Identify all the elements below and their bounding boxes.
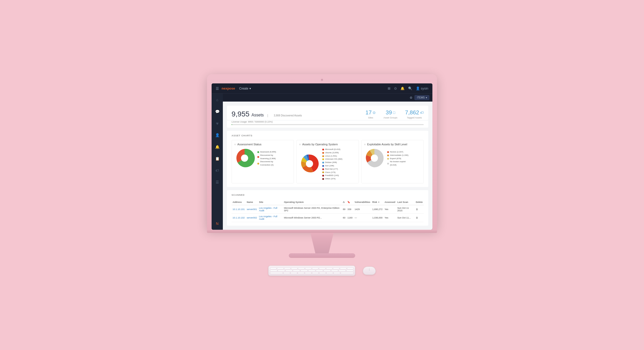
key [305, 272, 312, 274]
chart-os: ≡ Assets by Operating System [296, 140, 359, 183]
charts-grid: ≡ Assessment Status [232, 140, 424, 183]
chart3-title: Exploitable Assets by Skill Level [367, 143, 407, 146]
notification-icon[interactable]: 🔔 [400, 86, 405, 90]
user-icon[interactable]: 👤 sysin [416, 86, 428, 90]
table-row: 10.1.10.102 server002 Los Angeles - Full… [232, 213, 424, 222]
key [270, 270, 277, 271]
chart1-pie [234, 148, 255, 169]
svg-point-0 [241, 155, 248, 162]
chart1-menu-icon[interactable]: ≡ [234, 143, 236, 146]
cell-vuln3-2: — [354, 213, 371, 222]
chart-assessment-status: ≡ Assessment Status [232, 140, 294, 183]
cell-assessed-1: Yes [384, 205, 396, 213]
key [278, 270, 285, 271]
key [319, 268, 325, 269]
cell-name-1[interactable]: server001 [246, 205, 258, 213]
cell-delete-2[interactable]: 🗑 [415, 213, 424, 222]
cell-delete-1[interactable]: 🗑 [415, 205, 424, 213]
progress-fill [232, 124, 232, 125]
sidebar-item-assets[interactable]: 👤 [214, 132, 221, 139]
cell-address-2[interactable]: 10.1.10.102 [232, 213, 246, 222]
col-vuln[interactable]: Vulnerabilities [354, 199, 371, 205]
cell-vuln3-1: 1429 [354, 205, 371, 213]
sidebar-item-home[interactable]: ⌂ [214, 96, 221, 103]
key [291, 272, 297, 274]
main-layout: ⌂ 💬 ☣ 👤 🔔 📋 🏷 ☰ N ⚙ ITEMS [212, 94, 432, 230]
help-icon[interactable]: ⊙ [394, 86, 397, 90]
assets-discovered: 3,908 Discovered Assets [274, 114, 302, 117]
key [346, 270, 353, 271]
svg-point-2 [371, 155, 378, 162]
chart2-pie [299, 154, 320, 175]
col-assessed[interactable]: Assessed [384, 199, 396, 205]
chart3-menu-icon[interactable]: ≡ [364, 143, 366, 146]
monitor-bezel: ☰ nexpose Create ▾ ⊞ ⊙ 🔔 🔍 👤 sysin [207, 74, 437, 230]
key [319, 272, 326, 274]
charts-section-label: ASSET CHARTS [232, 134, 424, 137]
key [341, 272, 353, 274]
table-header-row: Address Name Site Operating System ⚠ 🔖 V… [232, 199, 424, 205]
cell-site-1[interactable]: Los Angeles - Full Audit [258, 205, 283, 213]
sidebar-item-policies[interactable]: 🔔 [214, 143, 221, 150]
cell-site-2[interactable]: Los Angeles - Full Audit [258, 213, 283, 222]
cell-os-1: Microsoft Windows Server 2003 R2, Enterp… [283, 205, 342, 213]
progress-bar [232, 124, 424, 125]
chart2-title: Assets by Operating System [302, 143, 338, 146]
sidebar-item-nexpose[interactable]: N [214, 220, 221, 227]
sidebar-item-vulnerabilities[interactable]: ☣ [214, 120, 221, 127]
key [277, 268, 283, 269]
chart1-legend: Assessed (9,955) Discovered byScanning (… [257, 150, 276, 167]
col-icon1: ⚠ [342, 199, 346, 205]
cell-address-1[interactable]: 10.1.10.101 [232, 205, 246, 213]
license-text: License Usage: 9955 / 5000000 (0.22%) [232, 121, 424, 123]
topnav: ☰ nexpose Create ▾ ⊞ ⊙ 🔔 🔍 👤 sysin [212, 83, 432, 94]
camera-dot [321, 79, 323, 81]
cell-risk-1: 1,690,272 [371, 205, 384, 213]
col-last-scan[interactable]: Last Scan [396, 199, 415, 205]
col-os[interactable]: Operating System [283, 199, 342, 205]
key [326, 268, 332, 269]
grid-icon[interactable]: ⊞ [388, 86, 390, 90]
chart2-menu-icon[interactable]: ≡ [299, 143, 301, 146]
col-risk[interactable]: Risk ▼ [371, 199, 384, 205]
key [285, 270, 293, 271]
sidebar-item-reports[interactable]: 📋 [214, 155, 221, 162]
chart2-legend: Microsoft (6,410) Ubuntu (3,059) Linux (… [322, 148, 342, 181]
assets-count: 9,955 Assets | 3,908 Discovered Assets [232, 110, 302, 118]
create-menu[interactable]: Create ▾ [239, 87, 251, 90]
search-icon[interactable]: 🔍 [408, 86, 412, 90]
cell-vuln1-1: 89 [342, 205, 346, 213]
stat-tagged-assets: 7,862 🏷 Tagged Assets [405, 109, 424, 119]
filter-icon[interactable]: ⚙ [410, 96, 412, 100]
key [339, 270, 346, 271]
assets-table: Address Name Site Operating System ⚠ 🔖 V… [232, 199, 424, 222]
content-area: ⚙ ITEMS ▾ 9,955 Assets [223, 94, 432, 230]
svg-point-1 [306, 160, 313, 167]
sidebar-item-list[interactable]: ☰ [214, 179, 221, 186]
cell-vuln2-2: 1160 [346, 213, 353, 222]
assets-label: Assets [251, 113, 264, 117]
stand-foot [289, 253, 355, 258]
nav-right: ⊞ ⊙ 🔔 🔍 👤 sysin [388, 86, 428, 90]
cell-last-scan-1: Sun Oct 11 2015 [396, 205, 415, 213]
keyboard [268, 266, 355, 276]
key [347, 268, 353, 269]
screen: ☰ nexpose Create ▾ ⊞ ⊙ 🔔 🔍 👤 sysin [212, 83, 432, 230]
sidebar-item-messages[interactable]: 💬 [214, 108, 221, 115]
col-site[interactable]: Site [258, 199, 283, 205]
table-wrap: Address Name Site Operating System ⚠ 🔖 V… [232, 199, 424, 222]
monitor-stand-base [207, 230, 437, 233]
sidebar-item-tags[interactable]: 🏷 [214, 167, 221, 174]
hamburger-icon[interactable]: ☰ [216, 86, 219, 91]
sites-icon: ⊙ [373, 111, 376, 115]
cell-name-2[interactable]: server002 [246, 213, 258, 222]
stat-sites: 17 ⊙ Sites [365, 109, 376, 119]
col-name[interactable]: Name [246, 199, 258, 205]
chart3-pie [364, 148, 385, 169]
key [298, 272, 304, 274]
key [312, 272, 319, 274]
items-button[interactable]: ITEMS ▾ [415, 95, 429, 100]
col-address[interactable]: Address [232, 199, 246, 205]
assets-number: 9,955 [232, 110, 249, 118]
chart3-legend: Novice (2,337) Intermediate (1,330) Expe… [387, 150, 408, 167]
